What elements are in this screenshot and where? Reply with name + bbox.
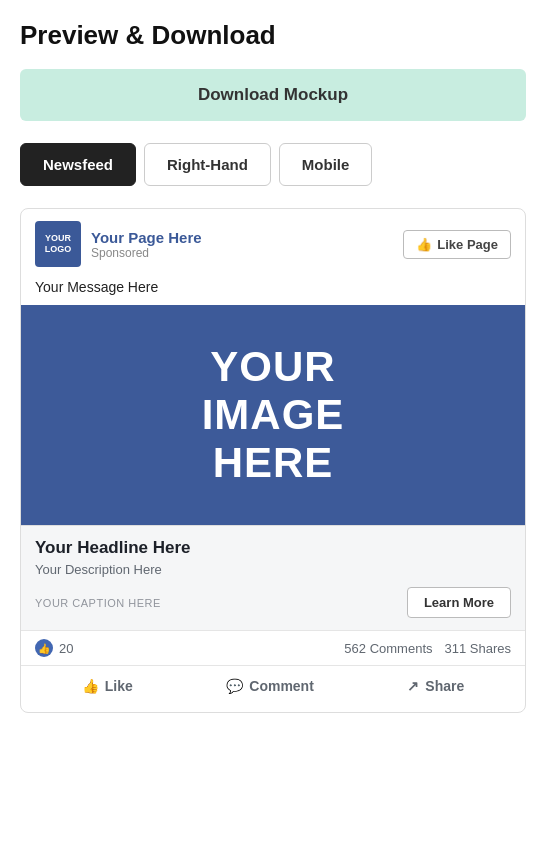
ad-info-box: Your Headline Here Your Description Here… <box>21 525 525 630</box>
ad-image-placeholder-text: YOUR IMAGE HERE <box>202 343 345 488</box>
comment-action-label: Comment <box>249 678 314 694</box>
ad-description: Your Description Here <box>35 562 511 577</box>
ad-page-info: Your Page Here Sponsored <box>91 229 403 260</box>
ad-stats-likes: 👍 20 <box>35 639 73 657</box>
ad-logo: YOURLOGO <box>35 221 81 267</box>
thumbs-up-icon: 👍 <box>416 237 432 252</box>
image-text-line1: YOUR <box>210 343 335 390</box>
ad-share-button[interactable]: ↗ Share <box>393 670 478 702</box>
ad-stats-right: 562 Comments 311 Shares <box>344 641 511 656</box>
tab-group: Newsfeed Right-Hand Mobile <box>20 143 526 186</box>
share-action-label: Share <box>425 678 464 694</box>
ad-image-area: YOUR IMAGE HERE <box>21 305 525 525</box>
ad-like-count: 20 <box>59 641 73 656</box>
ad-headline: Your Headline Here <box>35 538 511 558</box>
ad-message: Your Message Here <box>21 279 525 305</box>
ad-logo-text: YOURLOGO <box>45 233 72 255</box>
image-text-line2: IMAGE <box>202 391 345 438</box>
ad-sponsored-label: Sponsored <box>91 246 403 260</box>
ad-page-name: Your Page Here <box>91 229 403 246</box>
page-title: Preview & Download <box>20 20 526 51</box>
ad-comment-button[interactable]: 💬 Comment <box>212 670 328 702</box>
ad-caption: YOUR CAPTION HERE <box>35 597 161 609</box>
ad-caption-row: YOUR CAPTION HERE Learn More <box>35 587 511 618</box>
like-icon-circle: 👍 <box>35 639 53 657</box>
ad-cta-button[interactable]: Learn More <box>407 587 511 618</box>
ad-header: YOURLOGO Your Page Here Sponsored 👍 Like… <box>21 209 525 279</box>
download-mockup-button[interactable]: Download Mockup <box>20 69 526 121</box>
tab-right-hand[interactable]: Right-Hand <box>144 143 271 186</box>
ad-actions-row: 👍 Like 💬 Comment ↗ Share <box>21 665 525 712</box>
tab-newsfeed[interactable]: Newsfeed <box>20 143 136 186</box>
like-page-label: Like Page <box>437 237 498 252</box>
ad-shares-count: 311 Shares <box>445 641 512 656</box>
ad-comments-count: 562 Comments <box>344 641 432 656</box>
ad-like-button[interactable]: 👍 Like <box>68 670 147 702</box>
share-action-icon: ↗ <box>407 678 419 694</box>
like-action-icon: 👍 <box>82 678 99 694</box>
tab-mobile[interactable]: Mobile <box>279 143 373 186</box>
ad-stats-row: 👍 20 562 Comments 311 Shares <box>21 630 525 665</box>
ad-preview-card: YOURLOGO Your Page Here Sponsored 👍 Like… <box>20 208 526 713</box>
image-text-line3: HERE <box>213 439 334 486</box>
like-action-label: Like <box>105 678 133 694</box>
ad-like-page-button[interactable]: 👍 Like Page <box>403 230 511 259</box>
comment-action-icon: 💬 <box>226 678 243 694</box>
